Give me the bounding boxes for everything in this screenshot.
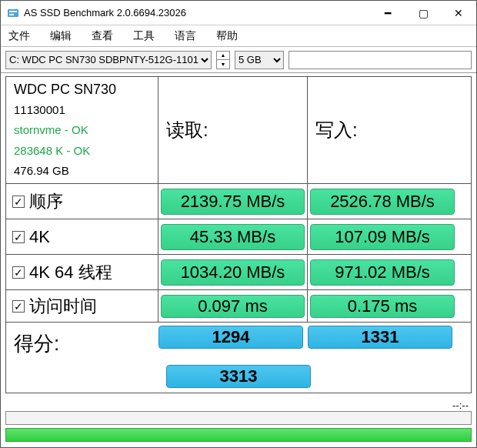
acc-write: 0.175 ms — [310, 295, 455, 318]
maximize-button[interactable]: ▢ — [405, 1, 441, 25]
acc-label: 访问时间 — [29, 295, 97, 318]
seq-checkbox[interactable]: ✓ — [12, 196, 25, 208]
acc-read: 0.097 ms — [161, 295, 305, 318]
toolbar: C: WDC PC SN730 SDBPNTY-512G-1101 ▲▼ 5 G… — [1, 47, 476, 73]
spinner-down-icon[interactable]: ▼ — [217, 60, 229, 69]
drive-align: 283648 K - OK — [14, 143, 90, 159]
svg-rect-2 — [9, 14, 14, 15]
seq-label-cell: ✓ 顺序 — [6, 184, 158, 219]
k464-checkbox[interactable]: ✓ — [12, 266, 25, 279]
k464-label-cell: ✓ 4K 64 线程 — [6, 255, 158, 289]
window-title: AS SSD Benchmark 2.0.6694.23026 — [24, 7, 370, 18]
acc-label-cell: ✓ 访问时间 — [6, 290, 158, 322]
k4-label-cell: ✓ 4K — [6, 219, 158, 254]
drive-name: WDC PC SN730 — [14, 82, 116, 98]
menubar: 文件 编辑 查看 工具 语言 帮助 — [1, 25, 476, 47]
row-4k: ✓ 4K 45.33 MB/s 107.09 MB/s — [6, 219, 471, 254]
window-controls: ━ ▢ ✕ — [370, 1, 476, 25]
k4-read: 45.33 MB/s — [161, 224, 305, 250]
spinner-up-icon[interactable]: ▲ — [217, 52, 229, 61]
row-seq: ✓ 顺序 2139.75 MB/s 2526.78 MB/s — [6, 183, 471, 219]
header-write: 写入: — [308, 77, 457, 183]
menu-view[interactable]: 查看 — [88, 28, 116, 45]
close-button[interactable]: ✕ — [441, 1, 476, 25]
progress-overall — [5, 428, 472, 442]
drive-spinner[interactable]: ▲▼ — [216, 51, 230, 69]
drive-id: 11130001 — [14, 102, 65, 118]
app-window: AS SSD Benchmark 2.0.6694.23026 ━ ▢ ✕ 文件… — [0, 0, 477, 448]
app-icon — [7, 7, 19, 19]
minimize-button[interactable]: ━ — [370, 1, 405, 25]
seq-write: 2526.78 MB/s — [310, 189, 455, 215]
menu-tools[interactable]: 工具 — [130, 28, 158, 45]
progress-test — [5, 411, 472, 425]
drive-capacity: 476.94 GB — [14, 163, 69, 179]
results-grid: WDC PC SN730 11130001 stornvme - OK 2836… — [5, 76, 472, 393]
elapsed-time: --:-- — [452, 400, 469, 411]
k464-read: 1034.20 MB/s — [161, 259, 305, 286]
drive-select[interactable]: C: WDC PC SN730 SDBPNTY-512G-1101 — [5, 51, 212, 69]
drive-driver: stornvme - OK — [14, 122, 88, 138]
progress-area: --:-- — [1, 398, 476, 445]
score-write: 1331 — [308, 326, 452, 349]
k4-label: 4K — [29, 227, 50, 247]
score-row: 得分: 1294 1331 3313 — [6, 322, 471, 393]
menu-file[interactable]: 文件 — [5, 28, 33, 45]
score-total: 3313 — [166, 365, 311, 388]
k4-checkbox[interactable]: ✓ — [12, 231, 25, 243]
score-read: 1294 — [158, 326, 303, 349]
k4-write: 107.09 MB/s — [310, 224, 455, 250]
acc-checkbox[interactable]: ✓ — [12, 300, 25, 313]
header-row: WDC PC SN730 11130001 stornvme - OK 2836… — [6, 77, 471, 183]
score-label: 得分: — [6, 326, 158, 362]
menu-lang[interactable]: 语言 — [172, 28, 199, 45]
k464-write: 971.02 MB/s — [310, 259, 455, 286]
menu-edit[interactable]: 编辑 — [47, 28, 75, 45]
svg-rect-1 — [9, 11, 17, 12]
drive-info-cell: WDC PC SN730 11130001 stornvme - OK 2836… — [6, 77, 158, 183]
titlebar: AS SSD Benchmark 2.0.6694.23026 ━ ▢ ✕ — [1, 1, 476, 25]
row-4k64: ✓ 4K 64 线程 1034.20 MB/s 971.02 MB/s — [6, 254, 471, 289]
extra-input[interactable] — [289, 51, 472, 69]
row-access-time: ✓ 访问时间 0.097 ms 0.175 ms — [6, 289, 471, 322]
svg-rect-0 — [8, 9, 18, 17]
header-read: 读取: — [158, 77, 308, 183]
menu-help[interactable]: 帮助 — [213, 28, 241, 45]
button-row: 开始 中止 — [1, 445, 476, 448]
seq-read: 2139.75 MB/s — [161, 189, 305, 215]
k464-label: 4K 64 线程 — [29, 261, 112, 284]
size-select[interactable]: 5 GB — [235, 51, 284, 69]
seq-label: 顺序 — [29, 190, 63, 213]
